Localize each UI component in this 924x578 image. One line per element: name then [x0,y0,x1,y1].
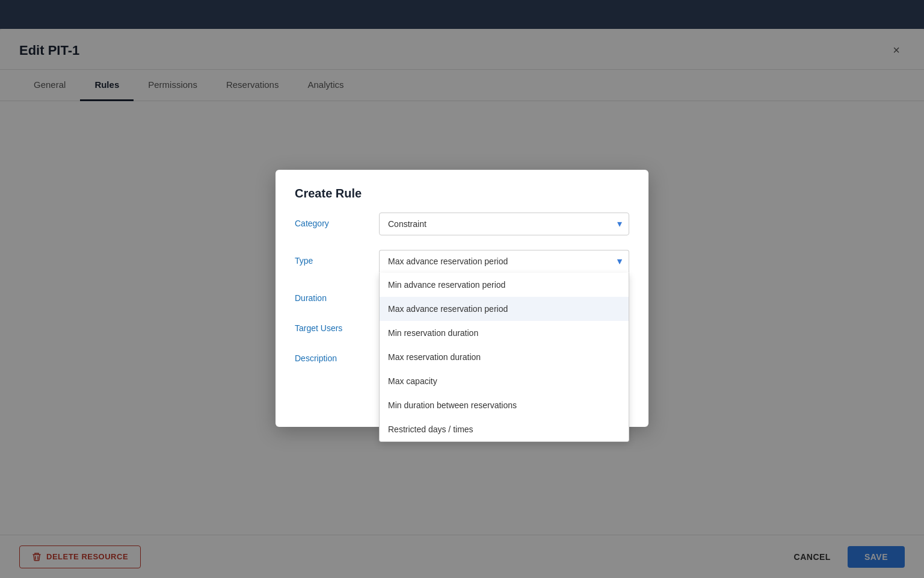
type-option-restricted[interactable]: Restricted days / times [380,417,629,441]
modal-header: Create Rule [276,170,648,213]
category-select[interactable]: Constraint [379,213,629,235]
duration-label: Duration [295,287,379,303]
target-users-label: Target Users [295,317,379,333]
type-label: Type [295,250,379,266]
type-option-min-advance[interactable]: Min advance reservation period [380,273,629,297]
type-option-min-between[interactable]: Min duration between reservations [380,393,629,417]
type-dropdown-menu: Min advance reservation period Max advan… [379,273,629,442]
type-option-max-capacity[interactable]: Max capacity [380,369,629,393]
type-select-wrapper: Max advance reservation period ▾ [379,250,629,273]
type-option-min-duration[interactable]: Min reservation duration [380,321,629,345]
modal-body: Category Constraint Type Max advance res… [276,213,648,363]
type-select-display[interactable]: Max advance reservation period [379,250,629,273]
type-row: Type Max advance reservation period ▾ Mi… [295,250,629,273]
description-label: Description [295,347,379,363]
category-select-wrapper: Constraint [379,213,629,235]
category-row: Category Constraint [295,213,629,235]
page-background: Edit PIT-1 × General Rules Permissions R… [0,29,924,578]
category-control: Constraint [379,213,629,235]
category-label: Category [295,213,379,228]
type-option-max-duration[interactable]: Max reservation duration [380,345,629,369]
create-rule-modal: Create Rule Category Constraint Type [276,170,648,427]
top-bar [0,0,924,29]
type-control: Max advance reservation period ▾ Min adv… [379,250,629,273]
modal-title: Create Rule [295,187,362,200]
type-option-max-advance[interactable]: Max advance reservation period [380,297,629,321]
